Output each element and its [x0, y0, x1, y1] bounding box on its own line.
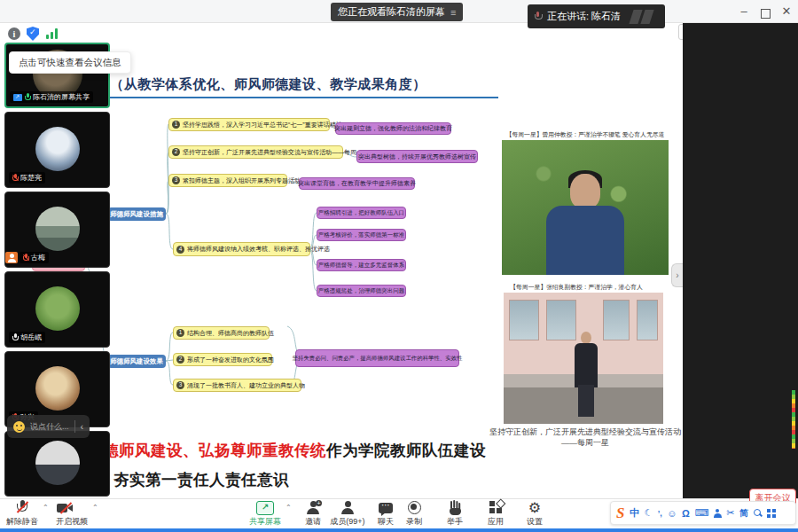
measure-item-2: 2 坚持守正创新，广泛开展先进典型经验交流与宣传活动——每周一星: [168, 145, 343, 159]
ime-emoji-icon[interactable]: ☺: [667, 508, 677, 519]
ime-simplified-icon[interactable]: 简: [739, 507, 748, 520]
effect-item-1-label: 结构合理、师德高尚的教师队伍: [187, 330, 274, 336]
ime-lang-icon[interactable]: 中: [630, 506, 639, 520]
emoji-icon[interactable]: [13, 421, 25, 433]
share-screen-icon: [256, 501, 274, 515]
avatar: [35, 286, 80, 331]
mindmap-branch-effects: 师德师风建设效果: [107, 355, 166, 368]
photo1-caption: 【每周一星】曾用仲教授：严谨治学不辍笔 爱心育人无尽道: [497, 130, 674, 139]
meeting-info-tooltip[interactable]: 点击可快速查看会议信息: [9, 51, 131, 74]
meeting-window: 您正在观看陈石清的屏幕 ≡ 正在讲话: 陈石清 i 07:17 演讲者视图 ▾ …: [0, 0, 798, 532]
participants-sidebar: [683, 23, 798, 498]
share-screen-button[interactable]: 共享屏幕: [245, 500, 286, 528]
unmute-button[interactable]: 解除静音: [2, 500, 43, 528]
members-label: 成员(99+): [330, 516, 364, 528]
ime-moon-icon[interactable]: ☾: [644, 507, 653, 519]
ime-symbol-icon[interactable]: Ω: [682, 508, 690, 519]
item-number-badge: 4: [176, 246, 184, 254]
item-number-badge: 3: [172, 176, 180, 184]
raise-hand-label: 举手: [447, 516, 463, 528]
speaker-mic-icon: [535, 12, 541, 21]
person-figure: [573, 332, 599, 417]
photo-teacher-1: [502, 140, 669, 275]
item-number-badge: 2: [172, 148, 180, 156]
minimize-button[interactable]: [734, 4, 754, 18]
mic-muted-icon: [17, 500, 27, 515]
mic-muted-icon: [23, 254, 28, 262]
video-tile[interactable]: 古梅: [4, 192, 110, 268]
item-number-badge: 1: [172, 121, 180, 129]
video-tile[interactable]: 陈楚亮: [4, 112, 110, 188]
measure-4-result-1: 严格招聘引进，把好教师队伍入口: [317, 207, 406, 219]
watching-banner: 您正在观看陈石清的屏幕 ≡: [331, 3, 463, 21]
participant-label: 陈石清的屏幕共享: [10, 91, 93, 103]
screenshare-icon: [13, 94, 22, 101]
video-tile[interactable]: [4, 431, 110, 497]
measure-4-result-3: 严格师德督导，建立多元监督体系: [317, 259, 406, 271]
meeting-info-icon[interactable]: i: [8, 27, 20, 40]
sidebar-collapse-handle[interactable]: ›: [671, 263, 683, 287]
video-options-chevron[interactable]: ⌃: [92, 504, 98, 512]
avatar: [35, 127, 80, 171]
share-screen-label: 共享屏幕: [249, 516, 281, 528]
effect-item-3-label: 涌现了一批教书育人、建功立业的典型人物: [187, 382, 305, 388]
measure-item-4-label: 将师德师风建设纳入绩效考核、职称评选、推优评选: [187, 246, 330, 252]
start-video-label: 开启视频: [56, 516, 88, 528]
person-figure: [541, 174, 630, 275]
ime-search-icon[interactable]: [754, 509, 763, 518]
video-tile[interactable]: 胡岳岷: [4, 271, 110, 348]
ime-account-icon[interactable]: [714, 509, 722, 518]
measure-item-2-label: 坚持守正创新，广泛开展先进典型经验交流与宣传活动——每周一星: [183, 149, 369, 155]
invite-label: 邀请: [305, 516, 321, 528]
mic-options-chevron[interactable]: ⌃: [43, 504, 49, 512]
security-shield-icon[interactable]: [27, 27, 39, 41]
mic-muted-icon: [12, 174, 18, 182]
watching-banner-text: 您正在观看陈石清的屏幕: [338, 5, 445, 19]
share-options-chevron[interactable]: ⌃: [286, 504, 292, 512]
record-icon: [408, 501, 421, 514]
measure-result-2: 突出典型树德，持续开展优秀教师选树宣传: [356, 150, 478, 163]
measure-result-1: 突出规则立德，强化教师的法治和纪律教育: [335, 122, 451, 135]
mic-on-icon: [12, 333, 18, 341]
ime-keyboard-icon[interactable]: ⌨: [694, 507, 708, 519]
raise-hand-button[interactable]: 举手: [434, 500, 475, 528]
ime-punct-icon[interactable]: ’,: [658, 509, 662, 518]
ime-scissors-icon[interactable]: ✂: [726, 507, 734, 519]
avatar: [35, 366, 80, 411]
unmute-label: 解除静音: [6, 516, 38, 528]
record-button[interactable]: 录制: [394, 500, 434, 528]
members-icon: [341, 501, 354, 514]
gear-icon: ⚙: [528, 501, 541, 515]
chat-input-placeholder[interactable]: 说点什么...: [30, 421, 69, 433]
quick-chat-bubble[interactable]: 说点什么... ‹: [7, 415, 90, 438]
taskbar-edge: [0, 528, 798, 532]
raise-hand-icon: [450, 501, 461, 515]
measure-item-1-label: 坚持学思践悟，深入学习习近平总书记“七一”重要讲话精神: [183, 121, 342, 128]
settings-button[interactable]: ⚙ 设置: [514, 500, 555, 528]
measure-item-4: 4 将师德师风建设纳入绩效考核、职称评选、推优评选: [173, 242, 310, 256]
effect-item-2: 2 形成了一种奋发进取的文化氛围: [173, 353, 272, 366]
sidebar-scrollbar[interactable]: [792, 390, 795, 449]
apps-button[interactable]: 应用: [475, 500, 516, 528]
participant-name: 陈楚亮: [20, 173, 42, 183]
item-number-badge: 3: [176, 381, 184, 389]
item-number-badge: 1: [176, 329, 184, 337]
maximize-button[interactable]: [755, 8, 775, 21]
ime-toolbar[interactable]: S 中 ☾ ’, ☺ Ω ⌨ ✂ 简: [610, 501, 796, 525]
photo-teacher-2: [504, 293, 663, 424]
start-video-button[interactable]: 开启视频: [51, 500, 92, 528]
effect-item-1: 1 结构合理、师德高尚的教师队伍: [173, 326, 270, 340]
invite-icon: +: [307, 501, 319, 514]
measure-4-result-4: 严格违规惩处，治理师德突出问题: [317, 285, 406, 297]
effects-summary: 坚持失责必问、问责必严，提高师德师风建设工作的科学性、实效性: [295, 349, 459, 367]
speaking-banner-text: 正在讲话: 陈石清: [547, 10, 621, 23]
banner-menu-icon[interactable]: ≡: [450, 7, 456, 18]
collapse-left-icon[interactable]: ‹: [81, 421, 84, 432]
chat-icon: [379, 503, 393, 513]
chat-label: 聊天: [378, 516, 394, 528]
ime-grid-icon[interactable]: [767, 509, 776, 518]
measure-item-3-label: 紧扣师德主题，深入组织开展系列专题活动: [183, 177, 301, 184]
sogou-logo-icon[interactable]: S: [616, 505, 624, 522]
close-button[interactable]: [777, 4, 796, 18]
item-number-badge: 2: [176, 356, 184, 364]
